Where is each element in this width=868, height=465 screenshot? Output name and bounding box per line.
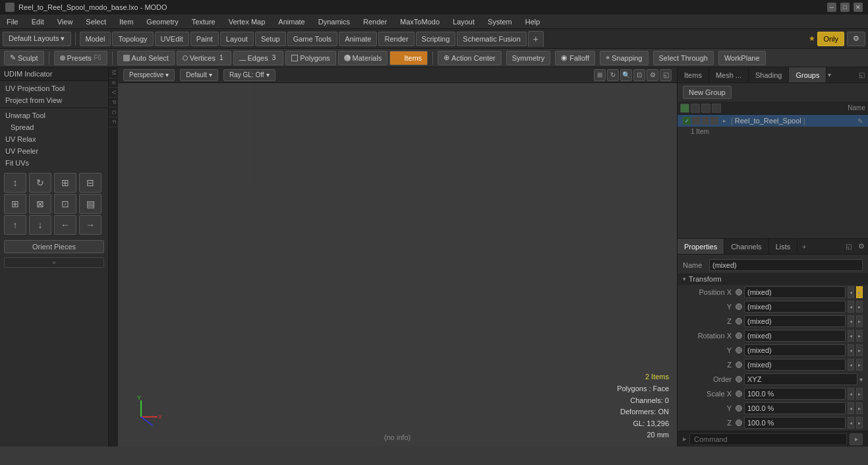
tab-topology[interactable]: Topology	[112, 32, 153, 46]
menu-system[interactable]: System	[481, 15, 519, 28]
edges-button[interactable]: Edges 3	[233, 51, 284, 65]
tab-game-tools[interactable]: Game Tools	[287, 32, 338, 46]
rotation-y-left-arrow[interactable]: ◂	[848, 344, 854, 356]
auto-select-button[interactable]: Auto Select	[117, 51, 175, 65]
viewport-icon-2[interactable]: ↻	[607, 69, 619, 81]
position-y-dot[interactable]	[736, 303, 742, 310]
position-z-dot[interactable]	[736, 318, 742, 325]
add-tab-button[interactable]: +	[528, 31, 544, 47]
viewport-canvas[interactable]: X Y Z 2 Items Polygons : Face Channels: …	[118, 83, 677, 447]
new-group-button[interactable]: New Group	[683, 86, 732, 99]
tab-schematic[interactable]: Schematic Fusion	[457, 32, 526, 46]
rotate-tool-icon[interactable]: ↻	[29, 173, 51, 193]
viewport-icon-4[interactable]: ⊡	[633, 69, 645, 81]
project-from-view[interactable]: Project from View	[0, 94, 108, 106]
side-label-5[interactable]: C	[109, 108, 118, 118]
viewport-icon-5[interactable]: ⚙	[647, 69, 658, 81]
menu-layout[interactable]: Layout	[446, 15, 481, 28]
items-button[interactable]: Items	[390, 51, 428, 65]
default-layouts-dropdown[interactable]: Default Layouts ▾	[3, 32, 71, 46]
select-through-button[interactable]: Select Through	[653, 51, 714, 65]
move-tool-icon[interactable]: ↕	[4, 173, 26, 193]
side-label-4[interactable]: P	[109, 98, 118, 108]
tab-render[interactable]: Render	[378, 32, 414, 46]
position-y-right-arrow[interactable]: ▸	[856, 301, 863, 313]
tab-groups[interactable]: Groups	[789, 67, 826, 82]
uv-tool-2[interactable]: ⊠	[29, 194, 51, 214]
menu-texture[interactable]: Texture	[185, 15, 222, 28]
side-label-3[interactable]: V	[109, 88, 118, 98]
scale-x-input[interactable]	[744, 388, 846, 400]
viewport-icon-3[interactable]: 🔍	[620, 69, 632, 81]
uv-tool-8[interactable]: →	[79, 215, 101, 235]
menu-edit[interactable]: Edit	[25, 15, 51, 28]
uv-tool-5[interactable]: ↑	[4, 215, 26, 235]
rotation-z-right-arrow[interactable]: ▸	[856, 359, 863, 371]
tab-layout[interactable]: Layout	[220, 32, 254, 46]
transform-section-header[interactable]: ▾ Transform	[678, 273, 868, 285]
order-dot[interactable]	[736, 376, 742, 383]
tab-properties[interactable]: Properties	[678, 239, 724, 254]
shading-dropdown[interactable]: Default ▾	[180, 69, 218, 81]
position-x-dot[interactable]	[736, 289, 742, 295]
rotation-x-input[interactable]	[744, 330, 846, 342]
tab-scripting[interactable]: Scripting	[416, 32, 456, 46]
menu-render[interactable]: Render	[357, 15, 393, 28]
menu-geometry[interactable]: Geometry	[140, 15, 185, 28]
position-x-input[interactable]	[744, 286, 846, 298]
position-z-left-arrow[interactable]: ◂	[848, 315, 854, 327]
uv-peeler[interactable]: UV Peeler	[0, 145, 108, 157]
menu-help[interactable]: Help	[519, 15, 547, 28]
window-controls[interactable]: ─ □ ✕	[827, 3, 863, 12]
tab-mesh[interactable]: Mesh ...	[709, 67, 749, 82]
scale-z-input[interactable]	[744, 417, 846, 429]
menu-file[interactable]: File	[0, 15, 25, 28]
position-x-down-arrow[interactable]: ▸	[856, 286, 863, 298]
expand-props-icon[interactable]: ◱	[842, 239, 855, 254]
tab-channels[interactable]: Channels	[724, 239, 768, 254]
scale-y-right-arrow[interactable]: ▸	[856, 402, 863, 414]
uv-projection-tool[interactable]: UV Projection Tool	[0, 82, 108, 94]
props-settings-icon[interactable]: ⚙	[855, 239, 868, 254]
snapping-button[interactable]: ⌖ Snapping	[600, 51, 649, 65]
scale-y-dot[interactable]	[736, 405, 742, 412]
rotation-x-left-arrow[interactable]: ◂	[848, 330, 854, 342]
uv-tool-4[interactable]: ▤	[79, 194, 101, 214]
menu-view[interactable]: View	[51, 15, 80, 28]
tab-shading[interactable]: Shading	[749, 67, 789, 82]
menu-dynamics[interactable]: Dynamics	[312, 15, 357, 28]
position-y-left-arrow[interactable]: ◂	[848, 301, 854, 313]
position-z-right-arrow[interactable]: ▸	[856, 315, 863, 327]
perspective-dropdown[interactable]: Perspective ▾	[123, 69, 175, 81]
symmetry-button[interactable]: Symmetry	[506, 51, 551, 65]
order-input[interactable]	[744, 373, 857, 385]
viewport-icon-1[interactable]: ⊞	[594, 69, 606, 81]
more-button[interactable]: »	[4, 257, 104, 268]
uv-tool-7[interactable]: ←	[54, 215, 76, 235]
polygons-button[interactable]: Polygons	[285, 51, 335, 65]
menu-vertex-map[interactable]: Vertex Map	[222, 15, 272, 28]
expand-viewport-icon[interactable]: ◱	[660, 69, 672, 81]
tab-model[interactable]: Model	[80, 32, 111, 46]
rotation-x-dot[interactable]	[736, 332, 742, 339]
uv-tool-1[interactable]: ⊞	[4, 194, 26, 214]
materials-button[interactable]: Materials	[338, 51, 388, 65]
position-x-up-arrow[interactable]: ◂	[848, 286, 854, 298]
close-button[interactable]: ✕	[854, 3, 863, 12]
tab-items[interactable]: Items	[678, 67, 709, 82]
add-prop-tab-icon[interactable]: +	[797, 239, 811, 254]
scale-tool-icon[interactable]: ⊞	[54, 173, 76, 193]
tab-paint[interactable]: Paint	[190, 32, 219, 46]
workplane-button[interactable]: WorkPlane	[718, 51, 766, 65]
scale-y-left-arrow[interactable]: ◂	[848, 402, 854, 414]
fit-uvs[interactable]: Fit UVs	[0, 157, 108, 169]
scale-y-input[interactable]	[744, 402, 846, 414]
falloff-button[interactable]: ◉ Falloff	[555, 51, 595, 65]
menu-select[interactable]: Select	[79, 15, 113, 28]
rotation-x-right-arrow[interactable]: ▸	[856, 330, 863, 342]
side-label-1[interactable]: M	[109, 67, 118, 78]
tab-uvedit[interactable]: UVEdit	[155, 32, 189, 46]
maximize-button[interactable]: □	[840, 3, 850, 12]
only-button[interactable]: Only	[817, 32, 844, 46]
menu-item[interactable]: Item	[113, 15, 140, 28]
